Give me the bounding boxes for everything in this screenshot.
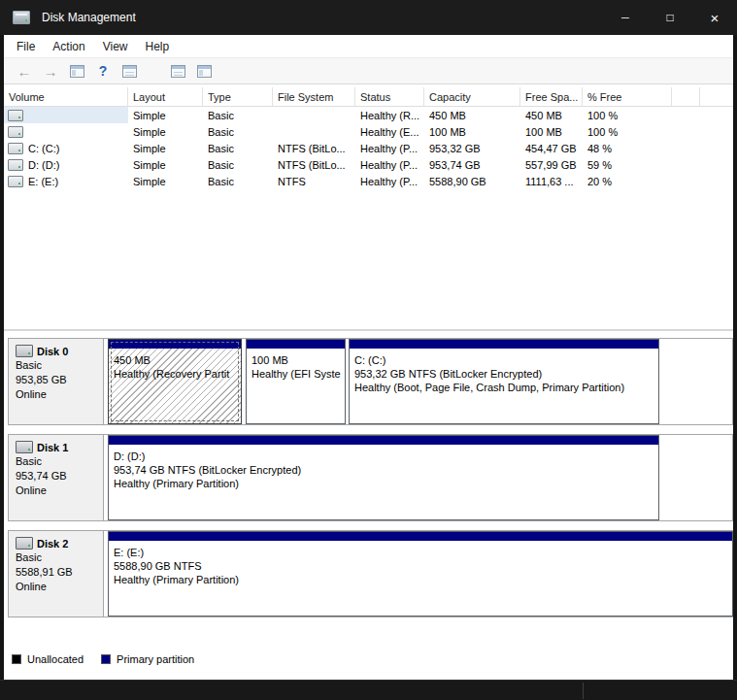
volume-row-c[interactable]: C: (C:) Simple Basic NTFS (BitLo... Heal… [4,140,733,156]
close-button[interactable]: × [692,0,737,35]
bottom-bar-divider [583,683,584,699]
disk-size: 5588,91 GB [16,566,103,579]
cell-layout: Simple [128,140,203,156]
disk-management-icon [13,11,30,24]
menu-action[interactable]: Action [44,35,93,57]
column-header-status[interactable]: Status [355,87,424,106]
cell-layout: Simple [128,173,203,189]
menu-file[interactable]: File [8,35,44,57]
unallocated-swatch [12,654,21,664]
cell-file-system: NTFS [273,173,355,189]
volume-row-efi[interactable]: Simple Basic Healthy (E... 100 MB 100 MB… [4,123,733,140]
cell-volume [4,107,128,123]
cell-pct-free: 59 % [583,156,672,173]
cell-free-space: 100 MB [520,123,583,140]
cell-file-system: NTFS (BitLo... [273,156,355,173]
unallocated-label: Unallocated [27,653,84,665]
window-title: Disk Management [42,11,136,24]
partition-color-strip [350,340,658,349]
column-header-free-space[interactable]: Free Spa... [520,87,583,106]
cell-type: Basic [203,173,273,189]
cell-capacity: 953,32 GB [424,140,520,156]
console-tree-icon[interactable] [68,63,85,79]
partition-recovery[interactable]: 450 MB Healthy (Recovery Partit [108,339,242,424]
partition-color-strip [109,532,732,541]
disk-icon [16,345,33,357]
column-header-volume[interactable]: Volume [4,87,128,106]
cell-volume: C: (C:) [4,140,128,156]
details-view-icon[interactable] [120,63,138,79]
window-controls: ─ □ × [603,0,737,35]
disk-status: Online [16,581,103,593]
cell-type: Basic [203,156,273,173]
toolbar: ← → ? [4,58,733,84]
legend: Unallocated Primary partition [12,650,206,668]
column-header-layout[interactable]: Layout [128,87,203,106]
cell-layout: Simple [128,107,203,123]
maximize-icon: □ [666,12,673,23]
menu-help[interactable]: Help [137,35,179,57]
disk-0-header[interactable]: Disk 0 Basic 953,85 GB Online [9,339,104,424]
help-icon[interactable]: ? [94,63,112,79]
column-header-file-system[interactable]: File System [273,87,355,106]
disk-2-partitions: E: (E:) 5588,90 GB NTFS Healthy (Primary… [104,531,732,617]
cell-file-system [273,107,355,123]
menu-view[interactable]: View [94,35,137,57]
partition-size: 5588,90 GB NTFS [114,559,732,573]
partition-size: 953,74 GB NTFS (BitLocker Encrypted) [114,463,658,477]
column-header-blank [672,87,700,106]
partition-efi[interactable]: 100 MB Healthy (EFI Syste [246,339,346,424]
partition-status: Healthy (Boot, Page File, Crash Dump, Pr… [354,381,658,394]
disk-kind: Basic [16,359,103,372]
volume-list: Volume Layout Type File System Status Ca… [4,84,733,329]
disk-row-1: Disk 1 Basic 953,74 GB Online D: (D:) 95… [8,434,733,521]
cell-status: Healthy (P... [355,156,424,173]
forward-icon[interactable]: → [42,63,59,79]
disk-status: Online [16,484,103,497]
cell-pct-free: 100 % [583,123,672,140]
volume-row-d[interactable]: D: (D:) Simple Basic NTFS (BitLo... Heal… [4,156,733,173]
partition-c[interactable]: C: (C:) 953,32 GB NTFS (BitLocker Encryp… [349,339,659,424]
column-header-type[interactable]: Type [203,87,273,106]
cell-capacity: 450 MB [424,107,520,123]
cell-capacity: 100 MB [424,123,520,140]
minimize-button[interactable]: ─ [603,0,648,35]
partition-size: 100 MB [251,353,345,367]
disk-icon [16,537,33,550]
partition-status: Healthy (EFI Syste [251,367,345,381]
partition-status: Healthy (Recovery Partit [114,367,241,381]
partition-size: 450 MB [114,353,241,367]
cell-layout: Simple [128,123,203,140]
maximize-button[interactable]: □ [648,0,692,35]
cell-status: Healthy (P... [355,140,424,156]
back-icon[interactable]: ← [16,63,33,79]
action-pane-icon[interactable] [195,63,213,79]
bottom-bar [0,680,737,700]
partition-e[interactable]: E: (E:) 5588,90 GB NTFS Healthy (Primary… [108,531,733,617]
titlebar[interactable]: Disk Management ─ □ × [0,0,737,35]
menubar: File Action View Help [4,35,733,58]
disk-name: Disk 0 [37,346,68,357]
partition-status: Healthy (Primary Partition) [114,573,732,586]
properties-icon[interactable] [169,63,186,79]
column-header-capacity[interactable]: Capacity [424,87,520,106]
primary-partition-swatch [101,654,111,664]
cell-free-space: 450 MB [520,107,583,123]
column-header-pct-free[interactable]: % Free [583,87,672,106]
disk-size: 953,74 GB [16,470,103,483]
partition-d[interactable]: D: (D:) 953,74 GB NTFS (BitLocker Encryp… [108,435,659,520]
cell-status: Healthy (R... [355,107,424,123]
disk-1-header[interactable]: Disk 1 Basic 953,74 GB Online [9,435,104,520]
cell-layout: Simple [128,156,203,173]
partition-title: E: (E:) [114,546,732,559]
volume-row-e[interactable]: E: (E:) Simple Basic NTFS Healthy (P... … [4,173,733,189]
disk-kind: Basic [16,551,103,564]
volume-row-recovery[interactable]: Simple Basic Healthy (R... 450 MB 450 MB… [4,107,733,123]
disk-row-2: Disk 2 Basic 5588,91 GB Online E: (E:) 5… [8,530,733,617]
cell-pct-free: 20 % [583,173,672,189]
cell-free-space: 557,99 GB [520,156,583,173]
cell-status: Healthy (P... [355,173,424,189]
cell-type: Basic [203,123,273,140]
volume-icon [8,143,23,154]
disk-2-header[interactable]: Disk 2 Basic 5588,91 GB Online [9,531,104,617]
